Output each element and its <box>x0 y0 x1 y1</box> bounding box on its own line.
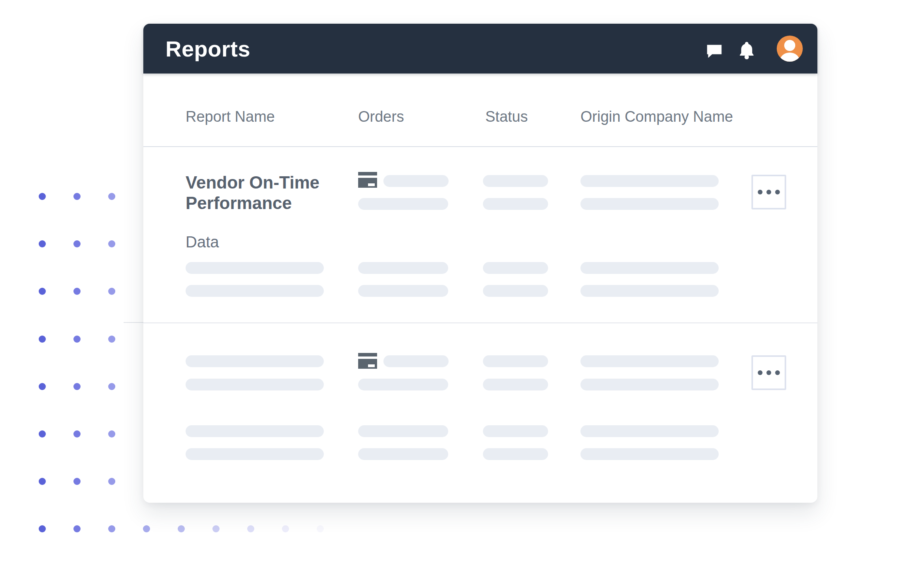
decorative-dot <box>143 525 150 532</box>
decorative-dot <box>108 430 115 438</box>
skeleton-bar <box>580 448 719 460</box>
table-row-divider <box>143 322 817 323</box>
skeleton-bar <box>580 198 719 210</box>
decorative-dot <box>212 525 220 532</box>
column-header-report-name: Report Name <box>186 107 275 126</box>
decorative-dot <box>39 430 46 438</box>
decorative-dot <box>73 430 81 438</box>
skeleton-bar <box>358 262 448 274</box>
skeleton-bar <box>483 285 548 297</box>
skeleton-bar <box>580 175 719 187</box>
report-name-text: Vendor On-Time Performance <box>186 172 336 213</box>
decorative-dot <box>39 193 46 200</box>
decorative-dot <box>73 336 81 343</box>
decorative-dot <box>108 383 115 390</box>
skeleton-bar <box>358 198 448 210</box>
skeleton-bar <box>483 355 548 367</box>
decorative-dot <box>108 193 115 200</box>
skeleton-bar <box>186 425 324 437</box>
decorative-dot <box>39 336 46 343</box>
skeleton-bar <box>186 448 324 460</box>
decorative-dot <box>282 525 289 532</box>
reports-panel: Reports Report Name Orders Status Origin… <box>143 24 817 503</box>
decorative-dot <box>247 525 254 532</box>
decorative-dot <box>73 193 81 200</box>
decorative-dot <box>317 525 324 532</box>
skeleton-bar <box>483 379 548 390</box>
decorative-dot <box>108 478 115 485</box>
skeleton-bar <box>383 355 449 367</box>
skeleton-bar <box>580 262 719 274</box>
skeleton-bar <box>358 285 448 297</box>
skeleton-bar <box>483 448 548 460</box>
avatar-shoulders-shape <box>780 53 800 62</box>
skeleton-bar <box>358 448 448 460</box>
skeleton-bar <box>580 425 719 437</box>
panel-header: Reports <box>143 24 817 74</box>
decorative-dot <box>39 240 46 247</box>
chat-icon[interactable] <box>706 43 723 60</box>
more-actions-button[interactable] <box>751 355 786 390</box>
decorative-dot <box>73 478 81 485</box>
skeleton-bar <box>186 285 324 297</box>
decorative-dot <box>108 240 115 247</box>
credit-card-icon <box>358 172 377 188</box>
column-header-status: Status <box>485 107 528 126</box>
skeleton-bar <box>358 425 448 437</box>
decorative-dot <box>108 525 115 532</box>
skeleton-bar <box>186 355 324 367</box>
decorative-dot <box>73 240 81 247</box>
skeleton-bar <box>483 425 548 437</box>
decorative-dot <box>73 288 81 295</box>
decorative-dot <box>39 525 46 532</box>
bell-icon[interactable] <box>738 40 755 61</box>
skeleton-bar <box>483 262 548 274</box>
decorative-dot <box>108 336 115 343</box>
skeleton-bar <box>580 379 719 390</box>
decorative-dot <box>39 383 46 390</box>
column-header-origin-company: Origin Company Name <box>580 107 733 126</box>
report-section-label: Data <box>186 233 219 251</box>
column-header-orders: Orders <box>358 107 404 126</box>
avatar-head-shape <box>784 40 795 51</box>
skeleton-bar <box>483 198 548 210</box>
user-avatar[interactable] <box>777 36 803 62</box>
skeleton-bar <box>483 175 548 187</box>
credit-card-icon <box>358 353 377 369</box>
decorative-dot <box>39 288 46 295</box>
decorative-dot <box>108 288 115 295</box>
more-actions-button[interactable] <box>751 175 786 209</box>
skeleton-bar <box>186 379 324 390</box>
decorative-dot <box>39 478 46 485</box>
skeleton-bar <box>383 175 449 187</box>
decorative-dot <box>73 525 81 532</box>
page-title: Reports <box>165 24 250 74</box>
table-header-divider <box>143 146 817 147</box>
skeleton-bar <box>580 285 719 297</box>
skeleton-bar <box>186 262 324 274</box>
decorative-dot <box>178 525 185 532</box>
skeleton-bar <box>580 355 719 367</box>
decorative-dot <box>73 383 81 390</box>
skeleton-bar <box>358 379 448 390</box>
page-background: Reports Report Name Orders Status Origin… <box>0 0 924 562</box>
